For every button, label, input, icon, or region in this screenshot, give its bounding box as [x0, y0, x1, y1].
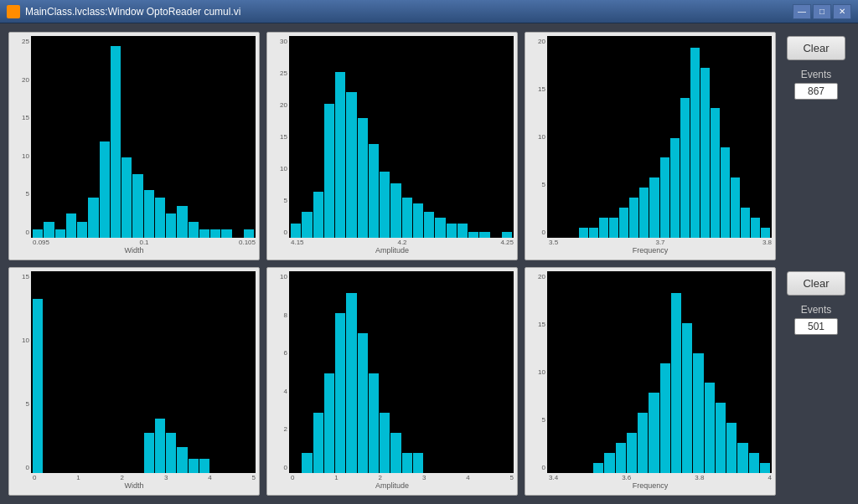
chart-area-bot-frequency: [547, 271, 772, 473]
side-controls-row-0: ClearEvents867: [783, 32, 850, 260]
events-label-row-1: Events: [801, 304, 832, 316]
clear-button-row-1[interactable]: Clear: [787, 271, 845, 296]
x-title-top-width: Width: [13, 246, 256, 256]
close-button[interactable]: ✕: [833, 4, 851, 19]
main-content: 25201510500.0950.10.105Width302520151050…: [0, 23, 858, 504]
chart-area-top-amplitude: [289, 36, 514, 238]
chart-bot-width: 151050012345Width: [8, 267, 260, 496]
minimize-button[interactable]: —: [793, 4, 811, 19]
x-title-bot-width: Width: [13, 481, 256, 491]
maximize-button[interactable]: □: [813, 4, 831, 19]
events-value-row-0: 867: [794, 83, 838, 100]
chart-area-top-frequency: [547, 36, 772, 238]
x-title-bot-amplitude: Amplitude: [271, 481, 514, 491]
app-icon: [7, 5, 20, 18]
title-bar: MainClass.lvclass:Window OptoReader cumu…: [0, 0, 858, 23]
clear-button-row-0[interactable]: Clear: [787, 36, 845, 60]
x-title-top-amplitude: Amplitude: [271, 246, 514, 256]
x-title-bot-frequency: Frequency: [529, 481, 772, 491]
chart-top-frequency: 201510503.53.73.8Frequency: [525, 32, 776, 260]
chart-row-1: 151050012345Width1086420012345Amplitude2…: [8, 267, 850, 496]
x-title-top-frequency: Frequency: [529, 246, 772, 256]
events-label-row-0: Events: [801, 69, 832, 80]
chart-area-top-width: [31, 36, 256, 238]
chart-area-bot-width: [31, 271, 256, 473]
chart-top-amplitude: 3025201510504.154.24.25Amplitude: [266, 32, 518, 260]
chart-top-width: 25201510500.0950.10.105Width: [8, 32, 260, 260]
chart-row-0: 25201510500.0950.10.105Width302520151050…: [8, 32, 850, 260]
events-value-row-1: 501: [794, 318, 838, 335]
window-title: MainClass.lvclass:Window OptoReader cumu…: [25, 6, 240, 18]
chart-area-bot-amplitude: [289, 271, 514, 473]
side-controls-row-1: ClearEvents501: [783, 267, 850, 496]
chart-bot-frequency: 201510503.43.63.84Frequency: [525, 267, 776, 496]
chart-bot-amplitude: 1086420012345Amplitude: [266, 267, 518, 496]
